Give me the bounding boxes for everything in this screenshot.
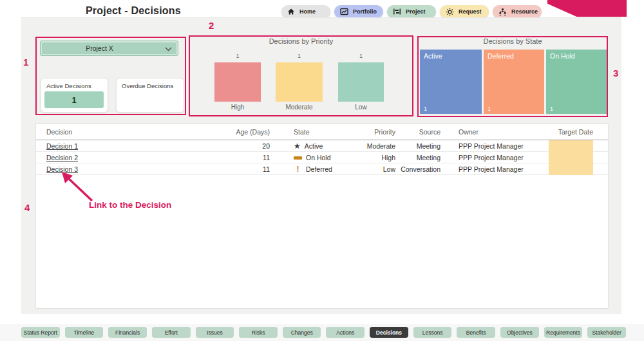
age-cell: 11: [236, 154, 270, 161]
tile-label: Active: [424, 52, 442, 60]
portfolio-chart-icon: [340, 8, 348, 15]
bottom-tab-bar: Status Report Timeline Financials Effort…: [0, 324, 644, 341]
chevron-down-icon: [165, 47, 172, 51]
bar-value-label: 1: [214, 53, 261, 59]
col-header-source[interactable]: Source: [395, 128, 440, 136]
tab-issues[interactable]: Issues: [196, 327, 234, 338]
active-decisions-card: Active Decisions 1: [41, 78, 108, 113]
treemap-tile-active[interactable]: Active 1: [420, 50, 482, 114]
priority-cell: High: [358, 154, 395, 161]
tile-value: 1: [488, 106, 491, 112]
table-row: Decision 1 20 ★ Active Moderate Meeting …: [36, 140, 608, 152]
dash-icon: [294, 156, 302, 160]
col-header-priority[interactable]: Priority: [358, 128, 395, 136]
decision-link[interactable]: Decision 1: [46, 142, 78, 150]
tab-lessons[interactable]: Lessons: [413, 327, 452, 338]
annotation-number-4: 4: [24, 202, 30, 213]
decisions-table: Decision Age (Days) State Priority Sourc…: [35, 124, 609, 309]
nav-button-request[interactable]: Request: [440, 5, 489, 18]
bar-category-label: Low: [338, 104, 384, 111]
table-row: Decision 3 11 ! Deferred Low Conversatio…: [36, 163, 608, 175]
priority-chart-title: Decisions by Priority: [189, 37, 413, 45]
owner-cell: PPP Project Manager: [459, 154, 549, 161]
col-header-owner[interactable]: Owner: [459, 128, 549, 136]
org-people-icon: [498, 8, 507, 16]
treemap-tile-onhold[interactable]: On Hold 1: [546, 50, 607, 114]
bar-high[interactable]: [214, 62, 261, 102]
tab-risks[interactable]: Risks: [239, 327, 278, 338]
overdue-decisions-label: Overdue Decisions: [117, 78, 184, 89]
page-title: Project - Decisions: [86, 5, 181, 17]
tab-decisions[interactable]: Decisions: [370, 327, 408, 338]
tab-status-report[interactable]: Status Report: [21, 327, 60, 338]
state-label: Active: [305, 142, 323, 150]
tile-value: 1: [550, 106, 553, 112]
tab-changes[interactable]: Changes: [283, 327, 321, 338]
state-cell: ★ Active: [292, 142, 358, 150]
source-cell: Conversation: [395, 165, 440, 173]
nav-label: Home: [299, 8, 316, 15]
bar-moderate[interactable]: [276, 62, 323, 102]
source-cell: Meeting: [395, 154, 440, 161]
tab-stakeholder[interactable]: Stakeholder: [587, 327, 626, 338]
tab-timeline[interactable]: Timeline: [65, 327, 104, 338]
decision-link[interactable]: Decision 2: [46, 154, 78, 161]
tile-label: On Hold: [550, 52, 575, 60]
col-header-state[interactable]: State: [292, 128, 358, 136]
top-nav: Home Portfolio Project Request Resource: [281, 5, 542, 18]
age-cell: 11: [236, 165, 270, 173]
tab-financials[interactable]: Financials: [108, 327, 147, 338]
home-icon: [287, 8, 295, 15]
state-chart-title: Decisions by State: [417, 37, 608, 45]
owner-cell: PPP Project Manager: [459, 165, 549, 173]
active-decisions-value: 1: [44, 91, 104, 108]
nav-label: Portfolio: [353, 8, 377, 15]
tab-effort[interactable]: Effort: [152, 327, 191, 338]
annotation-number-1: 1: [23, 57, 28, 68]
annotation-number-2: 2: [209, 20, 214, 31]
target-date-cell: [549, 152, 593, 163]
state-label: Deferred: [306, 165, 332, 173]
priority-cell: Low: [358, 165, 395, 173]
source-cell: Meeting: [395, 142, 440, 150]
nav-button-portfolio[interactable]: Portfolio: [334, 5, 383, 18]
target-date-cell: [549, 163, 593, 175]
tab-benefits[interactable]: Benefits: [457, 327, 495, 338]
gantt-icon: [393, 8, 401, 15]
tile-label: Deferred: [488, 52, 514, 60]
tab-actions[interactable]: Actions: [326, 327, 365, 338]
star-icon: ★: [294, 142, 301, 150]
nav-button-home[interactable]: Home: [281, 5, 330, 18]
slicer-selected-value: Project X: [86, 44, 113, 52]
exclamation-icon: !: [294, 165, 302, 173]
treemap-tile-deferred[interactable]: Deferred 1: [484, 50, 544, 114]
report-page: Project - Decisions Home Portfolio Proje…: [0, 0, 644, 341]
state-cell: ! Deferred: [292, 165, 358, 173]
bar-value-label: 1: [338, 53, 384, 59]
active-decisions-label: Active Decisions: [41, 78, 108, 89]
tile-value: 1: [424, 106, 427, 112]
table-header-row: Decision Age (Days) State Priority Sourc…: [36, 124, 608, 140]
sun-icon: [446, 8, 454, 16]
corner-ribbon: [547, 0, 627, 17]
priority-cell: Moderate: [358, 142, 395, 150]
nav-button-resource[interactable]: Resource: [493, 5, 542, 18]
nav-label: Request: [459, 8, 482, 15]
tab-objectives[interactable]: Objectives: [500, 327, 539, 338]
link-annotation-text: Link to the Decision: [89, 200, 171, 210]
col-header-decision[interactable]: Decision: [36, 128, 236, 136]
owner-cell: PPP Project Manager: [459, 142, 549, 150]
target-date-cell: [549, 140, 593, 152]
project-slicer-dropdown[interactable]: Project X: [40, 41, 178, 56]
overdue-decisions-card: Overdue Decisions: [116, 78, 184, 113]
col-header-age[interactable]: Age (Days): [236, 128, 270, 136]
bar-low[interactable]: [338, 62, 384, 102]
state-label: On Hold: [306, 154, 331, 161]
tab-requirements[interactable]: Requirements: [544, 327, 583, 338]
nav-label: Project: [406, 8, 426, 15]
state-cell: On Hold: [292, 154, 358, 161]
annotation-number-3: 3: [613, 68, 618, 78]
age-cell: 20: [236, 142, 270, 150]
nav-button-project[interactable]: Project: [387, 5, 436, 18]
col-header-target[interactable]: Target Date: [549, 128, 593, 136]
